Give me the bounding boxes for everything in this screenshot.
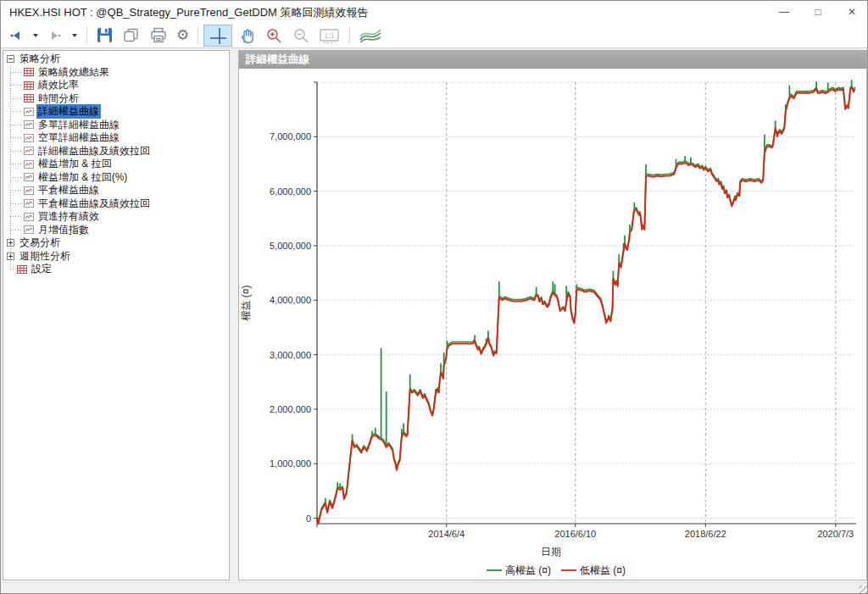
- crosshair-tool-button[interactable]: [203, 25, 232, 47]
- chart-icon: [24, 133, 34, 143]
- tree-item-6[interactable]: 多單詳細權益曲線: [3, 119, 229, 132]
- back-dropdown-button[interactable]: [29, 25, 42, 47]
- tree-item-label: 平倉權益曲線: [36, 183, 101, 197]
- forward-dropdown-button[interactable]: [68, 25, 81, 47]
- tree-connector: [10, 230, 22, 230]
- tree-connector: [10, 190, 22, 191]
- tree-item-label: 多單詳細權益曲線: [36, 118, 121, 132]
- save-button[interactable]: [92, 25, 117, 47]
- back-button[interactable]: [5, 25, 27, 47]
- forward-button[interactable]: [44, 25, 66, 47]
- window-title: HKEX.HSI HOT : @QB_Strategy_PureTrend_Ge…: [9, 5, 369, 20]
- tree-item-11[interactable]: 平倉權益曲線: [3, 184, 229, 197]
- tree-connector: [10, 111, 22, 112]
- zoom-in-icon: [264, 26, 283, 45]
- report-tree-panel: 策略分析策略績效總結果績效比率時間分析詳細權益曲線多單詳細權益曲線空單詳細權益曲…: [3, 50, 230, 580]
- settings-button[interactable]: ⚙: [173, 25, 192, 47]
- print-button[interactable]: [146, 25, 171, 47]
- collapse-icon[interactable]: [7, 55, 14, 63]
- tree-connector: [10, 72, 22, 73]
- tree-item-2[interactable]: 策略績效總結果: [3, 66, 229, 80]
- back-arrow-icon: [8, 30, 24, 42]
- y-tick-label: 0: [306, 514, 311, 524]
- tree-connector: [10, 164, 22, 164]
- chart-icon: [24, 159, 34, 169]
- tree-item-label: 時間分析: [36, 92, 81, 106]
- hand-icon: [237, 26, 256, 45]
- tree-connector: [10, 151, 22, 152]
- zoom-out-button[interactable]: [288, 25, 314, 47]
- tree-item-7[interactable]: 空單詳細權益曲線: [3, 131, 229, 145]
- titlebar: HKEX.HSI HOT : @QB_Strategy_PureTrend_Ge…: [1, 1, 868, 23]
- expand-icon[interactable]: [7, 253, 14, 260]
- table-icon: [24, 80, 34, 91]
- chart-icon: [24, 107, 34, 117]
- tree-item-15[interactable]: 交易分析: [3, 236, 229, 250]
- tree-item-17[interactable]: 設定: [3, 263, 229, 276]
- tree-item-4[interactable]: 時間分析: [3, 92, 229, 106]
- resize-grip[interactable]: [859, 586, 867, 594]
- maximize-button[interactable]: □: [801, 1, 835, 23]
- one-to-one-icon: 1:1: [319, 26, 341, 45]
- x-tick-label: 2016/6/10: [554, 529, 596, 539]
- x-tick-label: 2020/7/3: [817, 529, 854, 539]
- y-tick-label: 1,000,000: [270, 458, 311, 469]
- y-tick-label: 2,000,000: [270, 404, 311, 414]
- table-icon: [24, 67, 34, 77]
- curves-icon: [359, 27, 382, 44]
- tree-connector: [10, 98, 22, 99]
- tree-item-label: 週期性分析: [18, 249, 72, 264]
- chart-panel-header: 詳細權益曲線: [239, 51, 866, 69]
- chevron-down-icon: [32, 33, 39, 38]
- chevron-down-icon: [71, 33, 78, 38]
- tree-connector: [10, 137, 22, 138]
- tree-item-10[interactable]: 權益增加 & 拉回(%): [3, 171, 229, 185]
- chart-icon: [24, 225, 34, 235]
- toolbar: ⚙ 1:1: [1, 23, 868, 48]
- save-icon: [96, 26, 114, 44]
- expand-icon[interactable]: [7, 239, 14, 247]
- tree-item-label: 空單詳細權益曲線: [36, 130, 121, 145]
- zoom-in-button[interactable]: [261, 25, 287, 47]
- table-icon: [17, 264, 27, 275]
- tree-item-14[interactable]: 月增值指數: [3, 224, 229, 237]
- tree-item-13[interactable]: 買進持有績效: [3, 210, 229, 224]
- tree-item-label: 詳細權益曲線及績效拉回: [36, 144, 152, 158]
- tree-item-8[interactable]: 詳細權益曲線及績效拉回: [3, 145, 229, 158]
- zoom-out-icon: [292, 26, 310, 45]
- tree-item-label: 策略分析: [18, 52, 62, 66]
- printer-icon: [149, 26, 168, 44]
- tree-connector: [10, 216, 22, 217]
- tree-item-16[interactable]: 週期性分析: [3, 250, 229, 264]
- chart-icon: [24, 212, 34, 222]
- tree-item-label: 月增值指數: [36, 223, 91, 237]
- tree-item-1[interactable]: 策略分析: [3, 53, 229, 66]
- y-tick-label: 5,000,000: [270, 241, 311, 251]
- close-button[interactable]: ✕: [835, 1, 868, 23]
- minimize-button[interactable]: —: [767, 1, 801, 23]
- chart-icon: [24, 172, 34, 182]
- actual-size-button[interactable]: 1:1: [315, 25, 344, 47]
- tree-item-5[interactable]: 詳細權益曲線: [3, 105, 229, 119]
- svg-text:1:1: 1:1: [325, 31, 335, 40]
- tree-item-label: 績效比率: [36, 78, 81, 92]
- legend-label: 高權益 (¤): [505, 564, 551, 576]
- tree-item-12[interactable]: 平倉權益曲線及績效拉回: [3, 197, 229, 211]
- plot-area[interactable]: [317, 82, 856, 524]
- tree-connector: [10, 203, 22, 204]
- equity-curves-button[interactable]: [355, 25, 386, 47]
- forward-arrow-icon: [47, 30, 63, 42]
- tree-item-label: 詳細權益曲線: [36, 104, 101, 119]
- tree-item-label: 平倉權益曲線及績效拉回: [36, 197, 152, 211]
- tree-item-label: 權益增加 & 拉回: [36, 157, 114, 171]
- equity-curve-chart[interactable]: 01,000,0002,000,0003,000,0004,000,0005,0…: [239, 69, 866, 580]
- pan-tool-button[interactable]: [234, 25, 259, 47]
- y-axis-title: 權益 (¤): [240, 285, 252, 320]
- copy-report-button[interactable]: [119, 25, 144, 47]
- chart-icon: [24, 146, 34, 156]
- tree-item-9[interactable]: 權益增加 & 拉回: [3, 158, 229, 171]
- tree-item-label: 設定: [30, 262, 53, 276]
- tree-item-3[interactable]: 績效比率: [3, 79, 229, 92]
- x-tick-label: 2014/6/4: [428, 529, 465, 539]
- tree-item-label: 買進持有績效: [36, 209, 101, 224]
